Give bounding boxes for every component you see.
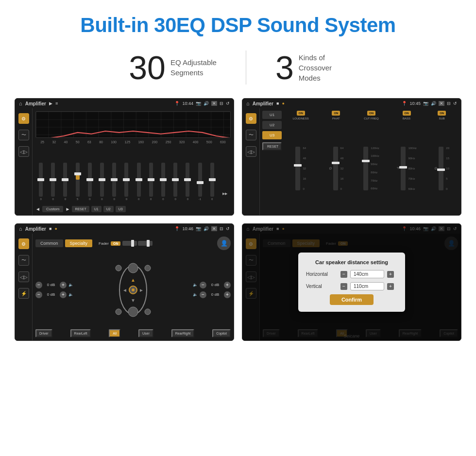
dsp-sub-labels: 20 15 10 5 0: [446, 147, 449, 190]
sidebar-wave-icon-2[interactable]: 〜: [246, 130, 256, 140]
dsp-bass-slider[interactable]: [401, 147, 406, 190]
user-btn-3[interactable]: User: [138, 329, 153, 338]
sidebar-eq-icon[interactable]: ⚙: [18, 113, 29, 124]
vol-minus-rr[interactable]: −: [200, 291, 206, 298]
dialog-horizontal-plus[interactable]: +: [387, 271, 394, 278]
dsp-loudness-slider[interactable]: [295, 147, 300, 190]
all-btn-3[interactable]: All: [109, 329, 120, 338]
dsp-cutfreq-on[interactable]: ON: [367, 111, 375, 116]
sidebar-wave-icon-3[interactable]: 〜: [18, 255, 29, 266]
vol-minus-fr[interactable]: −: [200, 282, 206, 288]
eq-slider-7[interactable]: 0: [124, 163, 128, 201]
home-icon-3[interactable]: ⌂: [19, 226, 22, 232]
dsp-u2-btn[interactable]: U2: [262, 121, 282, 129]
screen1-content: ⚙ 〜 ◁▷: [15, 108, 234, 215]
eq-next-btn[interactable]: ►: [65, 206, 70, 212]
dsp-sub-on[interactable]: ON: [438, 111, 446, 116]
eq-slider-14[interactable]: 0: [210, 163, 214, 201]
volume-icon-3: 🔊: [204, 226, 209, 231]
sidebar-vol-icon-3[interactable]: ◁▷: [18, 271, 29, 282]
confirm-button[interactable]: Confirm: [330, 294, 374, 305]
dot-icon-3: ●: [54, 226, 57, 231]
home-icon-2[interactable]: ⌂: [246, 101, 250, 106]
eq-slider-8[interactable]: 0: [137, 163, 141, 201]
fader-slider-1[interactable]: [122, 241, 137, 246]
close-icon-3[interactable]: ✕: [211, 226, 217, 231]
driver-btn-3[interactable]: Driver: [35, 329, 52, 338]
freq-63: 63: [87, 140, 91, 144]
sidebar-eq-icon-2[interactable]: ⚙: [246, 113, 256, 124]
eq-slider-11[interactable]: 0: [173, 163, 177, 201]
dsp-cutfreq-labels: 120Hz 100Hz 90Hz 80Hz 70Hz 60Hz: [371, 147, 379, 190]
vol-plus-rr[interactable]: +: [224, 291, 231, 298]
sidebar-vol-icon-2[interactable]: ◁▷: [246, 146, 256, 157]
left-volumes: − 0 dB + 🔈 − 0 dB + 🔈: [35, 253, 73, 327]
screen3-time: 10:46: [182, 226, 193, 231]
dsp-reset-btn[interactable]: RESET: [262, 142, 282, 151]
home-icon-1[interactable]: ⌂: [19, 101, 22, 106]
fader-slider-2[interactable]: [138, 241, 153, 246]
sidebar-vol-icon[interactable]: ◁▷: [18, 146, 29, 157]
eq-u2-btn[interactable]: U2: [103, 206, 114, 212]
eq-slider-5[interactable]: 0: [100, 163, 104, 201]
user-icon-3[interactable]: 👤: [217, 236, 231, 250]
vol-minus-rl[interactable]: −: [35, 291, 42, 298]
fader-sliders[interactable]: [122, 241, 153, 246]
eq-slider-9[interactable]: 0: [149, 163, 153, 201]
dsp-loudness-on[interactable]: ON: [297, 111, 305, 116]
eq-u3-btn[interactable]: U3: [116, 206, 126, 212]
vol-plus-fl[interactable]: +: [60, 282, 67, 288]
sidebar-eq-icon-3[interactable]: ⚙: [18, 238, 29, 249]
freq-250: 250: [166, 140, 171, 144]
dsp-bass-on[interactable]: ON: [403, 111, 411, 116]
volume-icon-2: 🔊: [431, 101, 436, 106]
eq-slider-0[interactable]: 0: [39, 163, 43, 201]
volume-icon-1: 🔊: [204, 101, 209, 106]
close-icon-2[interactable]: ✕: [439, 101, 444, 106]
eq-slider-1[interactable]: 0: [51, 163, 55, 201]
dsp-loudness: ON LOUDNESS 64 48 32 16 0: [284, 111, 318, 213]
dsp-u1-btn[interactable]: U1: [262, 111, 282, 119]
tab-common-3[interactable]: Common: [35, 239, 63, 247]
dsp-phat-slider[interactable]: [333, 147, 338, 190]
dsp-phat-on[interactable]: ON: [332, 111, 340, 116]
dsp-u3-btn[interactable]: U3: [262, 131, 282, 139]
dsp-presets: U1 U2 U3 RESET: [262, 111, 282, 213]
window-icon-2: ⊟: [447, 101, 451, 106]
sidebar-bt-icon-3[interactable]: ⚡: [18, 288, 29, 299]
eq-reset-btn[interactable]: RESET: [72, 206, 89, 212]
eq-slider-10[interactable]: 0: [161, 163, 165, 201]
eq-slider-3[interactable]: 5: [76, 163, 80, 201]
rearleft-btn-3[interactable]: RearLeft: [70, 329, 91, 338]
screen1-title: Amplifier: [25, 101, 46, 106]
stat-eq-label: EQ AdjustableSegments: [170, 57, 217, 78]
eq-u1-btn[interactable]: U1: [91, 206, 102, 212]
eq-slider-4[interactable]: 0: [88, 163, 92, 201]
eq-slider-2[interactable]: 0: [63, 163, 67, 201]
back-icon-2[interactable]: ↺: [453, 101, 457, 106]
dialog-horizontal-minus[interactable]: −: [340, 271, 347, 278]
back-icon-3[interactable]: ↺: [226, 226, 230, 231]
eq-slider-6[interactable]: 0: [112, 163, 116, 201]
freq-160: 160: [138, 140, 144, 144]
rearright-btn-3[interactable]: RearRight: [171, 329, 195, 338]
vol-ctrl-fl: − 0 dB + 🔈: [35, 282, 73, 288]
dialog-vertical-plus[interactable]: +: [387, 283, 394, 290]
close-icon-1[interactable]: ✕: [211, 101, 217, 106]
eq-slider-12[interactable]: 0: [186, 163, 189, 201]
dsp-sub-label: SUB: [439, 117, 445, 120]
back-icon-1[interactable]: ↺: [226, 101, 230, 106]
vol-plus-rl[interactable]: +: [60, 291, 67, 298]
dsp-sub-slider[interactable]: [439, 147, 443, 190]
eq-prev-btn[interactable]: ◄: [35, 206, 40, 212]
sidebar-wave-icon[interactable]: 〜: [18, 130, 29, 140]
fader-on[interactable]: ON: [111, 241, 121, 246]
tab-specialty-3[interactable]: Specialty: [65, 239, 93, 247]
dialog-vertical-minus[interactable]: −: [340, 283, 347, 290]
eq-slider-13[interactable]: -1: [198, 163, 202, 201]
dsp-cutfreq-slider[interactable]: [363, 147, 368, 190]
dsp-loudness-label: LOUDNESS: [293, 117, 309, 120]
vol-minus-fl[interactable]: −: [35, 282, 42, 288]
copilot-btn-3[interactable]: Copilot: [212, 329, 231, 338]
vol-plus-fr[interactable]: +: [224, 282, 231, 288]
